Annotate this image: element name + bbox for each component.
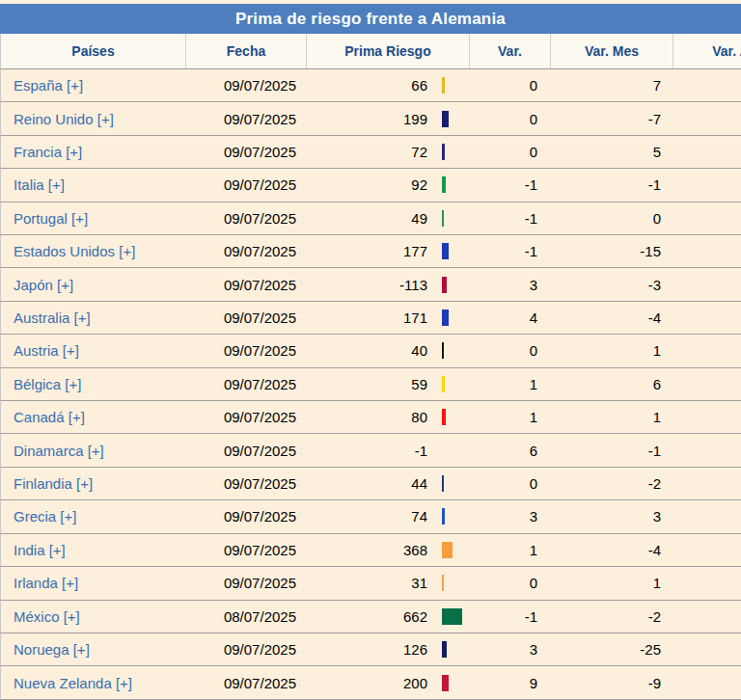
country-link[interactable]: Estados Unidos [+] — [14, 243, 135, 259]
prima-riesgo-bar — [442, 342, 444, 359]
date-cell: 09/07/2025 — [186, 136, 307, 168]
country-link[interactable]: Canadá [+] — [14, 409, 85, 425]
date-cell: 09/07/2025 — [186, 434, 307, 466]
var-mes-cell: 7 — [551, 69, 673, 101]
prima-riesgo-value: 368 — [307, 542, 427, 558]
prima-riesgo-bar — [442, 641, 447, 658]
date-cell: 09/07/2025 — [186, 202, 307, 234]
prima-riesgo-bar — [442, 376, 445, 392]
table-row: Japón [+] 09/07/2025 -113 3 -3 — [0, 268, 741, 301]
var-mes-cell: -7 — [551, 102, 673, 134]
prima-riesgo-cell: 49 — [307, 202, 470, 234]
var-ano-cell — [673, 666, 741, 698]
country-link[interactable]: Australia [+] — [14, 310, 91, 326]
col-header-fecha: Fecha — [186, 34, 307, 68]
prima-riesgo-cell: 80 — [307, 401, 470, 433]
table-row: Canadá [+] 09/07/2025 80 1 1 — [0, 401, 741, 434]
country-link[interactable]: México [+] — [14, 608, 80, 625]
table-title: Prima de riesgo frente a Alemania — [0, 4, 741, 34]
prima-riesgo-bar — [442, 575, 444, 591]
prima-riesgo-value: 92 — [307, 176, 427, 193]
country-link[interactable]: España [+] — [14, 77, 83, 94]
prima-riesgo-value: -1 — [307, 443, 427, 459]
prima-riesgo-value: 126 — [307, 641, 427, 658]
prima-riesgo-cell: -113 — [307, 268, 470, 300]
date-cell: 09/07/2025 — [186, 268, 307, 300]
col-header-paises: Países — [1, 34, 186, 68]
var-ano-cell — [673, 368, 741, 400]
prima-riesgo-bar — [442, 210, 444, 227]
var-mes-cell: -1 — [551, 169, 673, 201]
var-mes-cell: -15 — [551, 235, 673, 267]
date-cell: 08/07/2025 — [186, 601, 307, 633]
prima-riesgo-cell: 199 — [307, 102, 470, 134]
table-row: Nueva Zelanda [+] 09/07/2025 200 9 -9 — [0, 666, 741, 699]
var-cell: 4 — [470, 302, 551, 334]
prima-riesgo-bar — [442, 508, 445, 525]
prima-riesgo-bar — [442, 542, 453, 558]
var-cell: 3 — [470, 500, 551, 532]
table-row: Grecia [+] 09/07/2025 74 3 3 — [0, 500, 741, 533]
country-link[interactable]: Nueva Zelanda [+] — [14, 675, 132, 691]
country-link[interactable]: Irlanda [+] — [14, 575, 78, 591]
var-ano-cell — [673, 601, 741, 633]
prima-riesgo-bar — [442, 176, 446, 193]
country-link[interactable]: Italia [+] — [14, 176, 65, 193]
table-row: Reino Unido [+] 09/07/2025 199 0 -7 — [0, 102, 741, 135]
country-cell: Dinamarca [+] — [1, 434, 186, 466]
prima-riesgo-cell: 177 — [307, 235, 470, 267]
var-ano-cell — [673, 268, 741, 300]
var-mes-cell: -1 — [551, 434, 673, 466]
var-mes-cell: -3 — [551, 268, 673, 300]
var-ano-cell — [673, 136, 741, 168]
prima-riesgo-cell: 368 — [307, 534, 470, 566]
country-link[interactable]: Austria [+] — [14, 342, 79, 359]
country-link[interactable]: Francia [+] — [14, 144, 82, 160]
country-link[interactable]: India [+] — [14, 542, 66, 558]
prima-riesgo-bar — [442, 144, 445, 160]
var-ano-cell — [673, 567, 741, 599]
prima-riesgo-cell: 44 — [307, 468, 470, 499]
country-link[interactable]: Finlandia [+] — [14, 475, 93, 492]
var-cell: 0 — [470, 335, 551, 366]
prima-riesgo-value: 72 — [307, 144, 427, 160]
prima-riesgo-cell: 59 — [307, 368, 470, 400]
col-header-var-mes: Var. Mes — [551, 34, 673, 68]
var-ano-cell — [673, 102, 741, 134]
table-row: Australia [+] 09/07/2025 171 4 -4 — [0, 302, 741, 335]
date-cell: 09/07/2025 — [186, 567, 307, 599]
country-link[interactable]: Japón [+] — [14, 277, 73, 293]
var-cell: 1 — [470, 401, 551, 433]
var-cell: 0 — [470, 136, 551, 168]
var-ano-cell — [673, 633, 741, 665]
table-row: Austria [+] 09/07/2025 40 0 1 — [0, 335, 741, 367]
country-cell: India [+] — [1, 534, 186, 566]
country-link[interactable]: Grecia [+] — [14, 508, 76, 525]
date-cell: 09/07/2025 — [186, 468, 307, 499]
country-link[interactable]: Portugal [+] — [14, 210, 88, 227]
var-mes-cell: -25 — [551, 633, 673, 665]
country-cell: Estados Unidos [+] — [1, 235, 186, 267]
date-cell: 09/07/2025 — [186, 335, 307, 366]
table-row: Dinamarca [+] 09/07/2025 -1 6 -1 — [0, 434, 741, 467]
country-cell: Italia [+] — [1, 169, 186, 201]
date-cell: 09/07/2025 — [186, 69, 307, 101]
col-header-var: Var. — [470, 34, 551, 68]
country-link[interactable]: Noruega [+] — [14, 641, 90, 658]
prima-riesgo-value: 199 — [307, 111, 427, 127]
prima-riesgo-cell: 74 — [307, 500, 470, 532]
country-link[interactable]: Reino Unido [+] — [14, 111, 114, 127]
var-mes-cell: 0 — [551, 202, 673, 234]
prima-riesgo-bar — [442, 77, 445, 94]
country-cell: Reino Unido [+] — [1, 102, 186, 134]
table-row: Noruega [+] 09/07/2025 126 3 -25 — [0, 633, 741, 666]
prima-riesgo-bar — [442, 111, 449, 127]
table-row: España [+] 09/07/2025 66 0 7 — [0, 69, 741, 102]
country-link[interactable]: Bélgica [+] — [14, 376, 81, 392]
prima-riesgo-value: 80 — [307, 409, 427, 425]
table-row: Portugal [+] 09/07/2025 49 -1 0 — [0, 202, 741, 235]
prima-riesgo-value: 177 — [307, 243, 427, 259]
country-link[interactable]: Dinamarca [+] — [14, 443, 104, 459]
prima-riesgo-cell: 92 — [307, 169, 470, 201]
var-mes-cell: 5 — [551, 136, 673, 168]
